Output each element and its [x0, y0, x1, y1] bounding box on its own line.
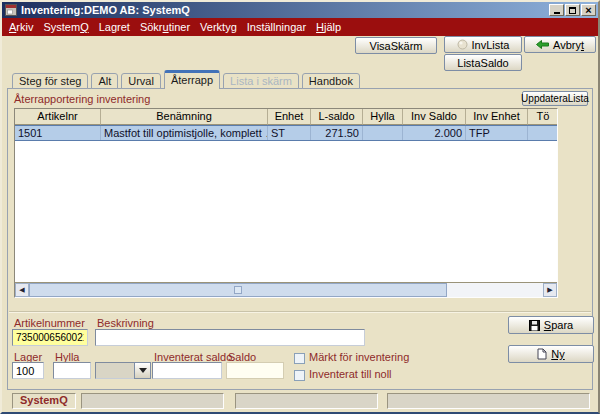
- scroll-left-arrow[interactable]: ◀: [15, 283, 29, 297]
- artikelnummer-input[interactable]: [12, 329, 88, 346]
- minimize-button[interactable]: [549, 4, 564, 16]
- column-header-t[interactable]: Tö: [528, 109, 558, 125]
- artikelnummer-label: Artikelnummer: [14, 317, 85, 329]
- cell-t: [528, 126, 557, 140]
- status-panel: [81, 393, 224, 409]
- inventerat-saldo-input[interactable]: [152, 362, 222, 379]
- inv-lista-icon: [457, 39, 468, 50]
- table-header-row: ArtikelnrBenämningEnhetL-saldoHyllaInv S…: [15, 109, 557, 125]
- panel-caption: Återrapportering inventering: [14, 93, 150, 105]
- cell-inv-enhet: TFP: [466, 126, 528, 140]
- save-disk-icon: [529, 320, 540, 331]
- app-icon: [5, 4, 17, 16]
- form-separator: [9, 311, 591, 313]
- cell-inv-saldo: 2.000: [403, 126, 466, 140]
- tab-handbok[interactable]: Handbok: [302, 73, 360, 89]
- cell-l-saldo: 271.50: [311, 126, 363, 140]
- menu-item-arkiv[interactable]: Arkiv: [9, 21, 33, 33]
- menu-item-inst-llningar[interactable]: Inställningar: [247, 21, 306, 33]
- inv-lista-label: InvLista: [472, 39, 510, 51]
- visa-skarm-button[interactable]: VisaSkärm: [355, 37, 437, 54]
- tab-bar: Steg för stegAltUrvalÅterrappLista i skä…: [12, 70, 360, 89]
- spara-button[interactable]: Spara: [508, 316, 594, 334]
- menu-item-verktyg[interactable]: Verktyg: [200, 21, 237, 33]
- lager-input[interactable]: [12, 362, 44, 379]
- close-icon: ×: [585, 6, 591, 15]
- column-header-ben-mning[interactable]: Benämning: [101, 109, 268, 125]
- beskrivning-label: Beskrivning: [97, 317, 154, 329]
- avbryt-button[interactable]: Avbryt: [524, 36, 596, 53]
- cell-enhet: ST: [268, 126, 311, 140]
- menu-item-hj-lp[interactable]: Hjälp: [316, 21, 341, 33]
- cell-hylla: [363, 126, 403, 140]
- table-body: 1501Mastfot till optimistjolle, komplett…: [15, 125, 557, 282]
- cell-artikelnr: 1501: [15, 126, 101, 140]
- table-row[interactable]: 1501Mastfot till optimistjolle, komplett…: [15, 125, 557, 141]
- inventerat-till-noll-checkbox[interactable]: [294, 370, 305, 381]
- markt-for-inventering-label: Märkt för inventering: [309, 351, 409, 363]
- maximize-button[interactable]: [565, 4, 580, 16]
- window-title: Inventering:DEMO AB: SystemQ: [21, 4, 548, 16]
- app-window: Inventering:DEMO AB: SystemQ × ArkivSyst…: [0, 0, 600, 414]
- column-header-l-saldo[interactable]: L-saldo: [311, 109, 363, 125]
- menu-bar: ArkivSystemQLagretSökrutinerVerktygInstä…: [2, 18, 598, 36]
- avbryt-label: Avbryt: [553, 39, 584, 51]
- combobox-dropdown-button[interactable]: [134, 362, 151, 379]
- ny-button[interactable]: Ny: [508, 345, 594, 363]
- maximize-icon: [569, 7, 576, 14]
- visa-skarm-label: VisaSkärm: [370, 40, 423, 52]
- close-button[interactable]: ×: [581, 4, 596, 16]
- beskrivning-input[interactable]: [95, 329, 365, 346]
- minimize-icon: [554, 12, 560, 14]
- status-panel: [387, 393, 590, 409]
- scroll-right-arrow[interactable]: ▶: [543, 283, 557, 297]
- lista-saldo-label: ListaSaldo: [457, 57, 508, 69]
- column-header-hylla[interactable]: Hylla: [363, 109, 403, 125]
- markt-for-inventering-checkbox[interactable]: [294, 353, 305, 364]
- scrollbar-thumb[interactable]: [29, 283, 447, 297]
- tab-content-panel: Återrapportering inventering UppdateraLi…: [7, 88, 593, 390]
- status-app-name: SystemQ: [12, 393, 76, 409]
- status-panel: [235, 393, 378, 409]
- ny-label: Ny: [551, 348, 564, 360]
- inv-lista-button[interactable]: InvLista: [444, 36, 522, 53]
- status-bar: SystemQ: [12, 393, 590, 409]
- menu-item-systemq[interactable]: SystemQ: [43, 21, 88, 33]
- inventory-table: ArtikelnrBenämningEnhetL-saldoHyllaInv S…: [14, 108, 558, 298]
- inventerat-till-noll-label: Inventerat till noll: [309, 368, 392, 380]
- tab-steg-f-r-steg[interactable]: Steg för steg: [12, 73, 88, 89]
- tab-alt[interactable]: Alt: [91, 73, 118, 89]
- lista-saldo-button[interactable]: ListaSaldo: [444, 54, 522, 71]
- menu-item-s-krutiner[interactable]: Sökrutiner: [140, 21, 190, 33]
- column-header-enhet[interactable]: Enhet: [268, 109, 311, 125]
- spara-label: Spara: [544, 319, 573, 331]
- column-header-inv-enhet[interactable]: Inv Enhet: [466, 109, 528, 125]
- tab-lista-i-sk-rm: Lista i skärm: [223, 73, 299, 89]
- menu-item-lagret[interactable]: Lagret: [99, 21, 130, 33]
- scrollbar-track[interactable]: [447, 283, 543, 297]
- hylla-input[interactable]: [53, 362, 91, 379]
- cell-ben-mning: Mastfot till optimistjolle, komplett...: [101, 126, 268, 140]
- column-header-artikelnr[interactable]: Artikelnr: [15, 109, 101, 125]
- chevron-down-icon: [139, 368, 147, 373]
- back-arrow-icon: [536, 40, 549, 49]
- tab-urval[interactable]: Urval: [121, 73, 161, 89]
- titlebar[interactable]: Inventering:DEMO AB: SystemQ ×: [2, 2, 598, 18]
- scrollbar-grip: [234, 286, 242, 294]
- combobox-value: [95, 362, 134, 379]
- saldo-input[interactable]: [226, 362, 284, 379]
- unit-combobox[interactable]: [95, 362, 151, 379]
- column-header-inv-saldo[interactable]: Inv Saldo: [403, 109, 466, 125]
- new-document-icon: [537, 348, 547, 360]
- horizontal-scrollbar[interactable]: ◀ ▶: [15, 282, 557, 297]
- tab-terrapp[interactable]: Återrapp: [164, 70, 220, 89]
- uppdatera-lista-button[interactable]: UppdateraLista: [522, 91, 588, 106]
